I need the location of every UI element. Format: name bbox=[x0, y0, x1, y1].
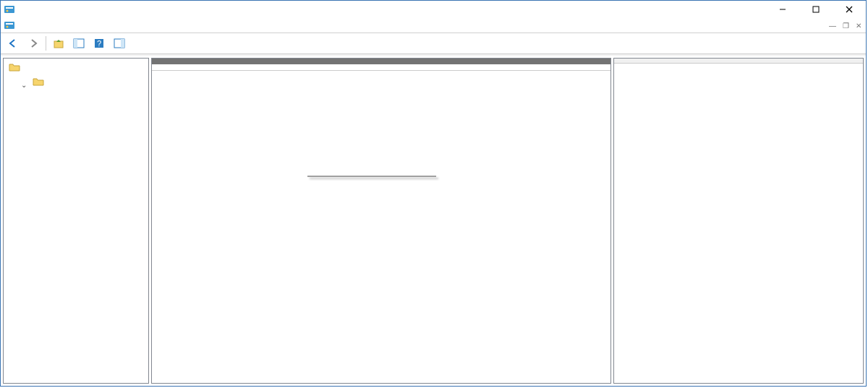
tree-pane: ⌄ bbox=[3, 58, 149, 384]
show-hide-action-button[interactable] bbox=[110, 35, 129, 52]
close-button[interactable] bbox=[833, 1, 866, 18]
menu-file[interactable] bbox=[15, 24, 27, 27]
context-menu bbox=[307, 176, 436, 177]
center-header bbox=[152, 59, 610, 64]
mdi-controls: — ❐ ✕ bbox=[827, 22, 866, 30]
svg-rect-7 bbox=[4, 22, 14, 29]
svg-rect-16 bbox=[121, 39, 124, 48]
tree-root[interactable] bbox=[7, 60, 25, 74]
mdi-restore-icon[interactable]: ❐ bbox=[840, 22, 851, 30]
app-window: — ❐ ✕ ? bbox=[0, 0, 867, 387]
svg-rect-8 bbox=[6, 23, 13, 25]
help-button[interactable]: ? bbox=[90, 35, 109, 52]
menu-view[interactable] bbox=[38, 24, 50, 27]
show-hide-tree-button[interactable] bbox=[69, 35, 88, 52]
svg-text:?: ? bbox=[97, 39, 101, 48]
svg-rect-1 bbox=[6, 7, 13, 9]
actions-header bbox=[614, 59, 863, 64]
actions-pane bbox=[613, 58, 864, 384]
svg-line-6 bbox=[846, 7, 852, 12]
mmc-icon bbox=[4, 20, 15, 31]
svg-point-2 bbox=[7, 10, 9, 12]
tree-service[interactable] bbox=[30, 75, 49, 89]
svg-rect-13 bbox=[95, 39, 103, 48]
center-columns bbox=[152, 64, 610, 71]
maximize-button[interactable] bbox=[799, 1, 833, 18]
svg-rect-10 bbox=[54, 41, 63, 48]
menu-action[interactable] bbox=[27, 24, 38, 27]
forward-button[interactable] bbox=[24, 35, 43, 52]
toolbar: ? bbox=[1, 33, 866, 54]
folder-icon bbox=[33, 76, 44, 87]
window-controls bbox=[766, 1, 866, 18]
center-pane bbox=[151, 58, 611, 384]
svg-rect-4 bbox=[813, 7, 819, 12]
mdi-close-icon[interactable]: ✕ bbox=[853, 22, 864, 30]
workspace: ⌄ bbox=[1, 54, 866, 386]
folder-icon bbox=[9, 61, 20, 73]
svg-rect-11 bbox=[74, 39, 84, 48]
menubar: — ❐ ✕ bbox=[1, 18, 866, 33]
mdi-minimize-icon[interactable]: — bbox=[827, 22, 838, 30]
svg-point-9 bbox=[7, 26, 9, 28]
svg-rect-12 bbox=[74, 39, 77, 48]
up-button[interactable] bbox=[49, 35, 68, 52]
svg-rect-15 bbox=[114, 39, 124, 48]
menu-window[interactable] bbox=[50, 24, 61, 27]
back-button[interactable] bbox=[4, 35, 22, 52]
titlebar bbox=[1, 1, 866, 18]
tree: ⌄ bbox=[4, 59, 148, 91]
expander-icon[interactable]: ⌄ bbox=[20, 81, 28, 89]
menu-help[interactable] bbox=[61, 24, 73, 27]
app-icon bbox=[4, 4, 15, 15]
minimize-button[interactable] bbox=[766, 1, 799, 18]
svg-line-5 bbox=[846, 7, 852, 12]
svg-rect-0 bbox=[4, 6, 14, 13]
